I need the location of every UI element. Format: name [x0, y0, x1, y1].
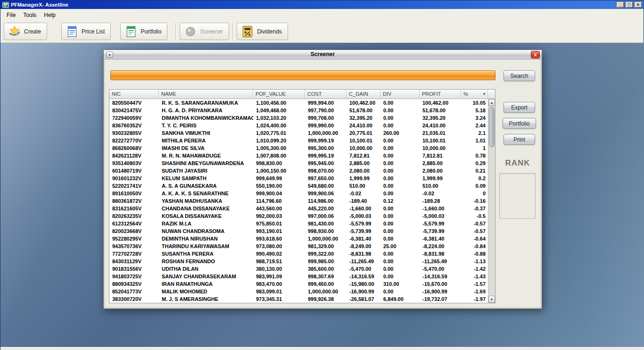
table-row[interactable]: 941803725VSANJAY CHANDRASEKARAM983,991.0… — [109, 273, 488, 280]
cell-c-gain: 510.00 — [347, 182, 380, 190]
cell--: -0.84 — [461, 242, 488, 250]
table-row[interactable]: 842621128VM. R. N. MAHAWADUGE1,007,808.0… — [109, 152, 488, 159]
cell-name: MALIK MOHOMED — [159, 288, 253, 295]
cell-cost: 999,708.00 — [305, 114, 347, 122]
dividends-button[interactable]: Dividends — [237, 23, 288, 40]
rank-list[interactable] — [499, 173, 536, 219]
rank-label: RANK — [498, 158, 537, 168]
menu-tools[interactable]: Tools — [19, 10, 40, 20]
table-row[interactable]: 612312564VRAZIK M.I.A975,850.01981,430.0… — [109, 220, 488, 227]
table-row[interactable]: 383300720VM. J. S AMERASINGHE973,345.319… — [109, 295, 488, 303]
cell-div: 0.00 — [380, 288, 420, 295]
screener-titlebar[interactable]: ▾ Screener × — [104, 50, 542, 59]
progress-bar — [110, 70, 495, 80]
frame-close-button[interactable]: × — [531, 51, 540, 58]
screener-window: ▾ Screener × Search NICNAMEPOF_VALUECOST… — [103, 50, 542, 309]
column-header-cost[interactable]: COST — [305, 90, 347, 99]
table-row[interactable]: 601480719VSUDATH JAYASIRI1,000,150.00998… — [109, 167, 488, 175]
scroll-up-icon[interactable]: ▲ — [488, 99, 495, 106]
table-row[interactable]: 880934325VIRAN RANATHUNGA983,470.00999,4… — [109, 280, 488, 288]
cell-div: 0.00 — [380, 190, 420, 197]
cell-nic: 880361872V — [109, 197, 159, 205]
results-table: NICNAMEPOF_VALUECOSTC_GAINDIVPROFIT%▼ 82… — [109, 89, 495, 303]
table-row[interactable]: 820550447VR. K. S. SARANGARANAMUKA1,100,… — [109, 99, 488, 107]
portfolio-button[interactable]: Portfolio — [120, 23, 167, 40]
table-row[interactable]: 930232805VSANKHA VIMUKTHI1,020,775.011,0… — [109, 129, 488, 137]
cell-profit: -5,470.00 — [420, 265, 461, 273]
table-row[interactable]: 820023668VNUWAN CHANDRASOMA993,190.01998… — [109, 227, 488, 235]
close-button[interactable]: × — [634, 1, 642, 8]
toolbar-separator — [232, 23, 233, 41]
print-button[interactable]: Print — [504, 134, 535, 145]
table-row[interactable]: 843031129VROSHAN FERNANDO988,719.51999,9… — [109, 258, 488, 265]
table-row[interactable]: 935140803VSHASHINI ABEYGUNAWARDENA998,83… — [109, 159, 488, 167]
column-header-nic[interactable]: NIC — [109, 90, 159, 99]
table-row[interactable]: 868260068VIMASHI DE SILVA1,005,300.00995… — [109, 144, 488, 152]
cell-nic: 868260068V — [109, 144, 159, 152]
cell-pof-value: 993,618.60 — [253, 235, 305, 242]
frame-menu-button[interactable]: ▾ — [106, 51, 113, 58]
cell-profit: -19,732.07 — [420, 295, 461, 303]
portfolio-side-button[interactable]: Portfolio — [503, 118, 536, 129]
cell-name: IMASHI DE SILVA — [159, 144, 253, 152]
cell--: 1.01 — [461, 137, 488, 144]
cell-nic: 522021741V — [109, 182, 159, 190]
cell--: -1.13 — [461, 258, 488, 265]
cell-profit: -8,224.00 — [420, 242, 461, 250]
cell-cost: 997,000.06 — [305, 212, 347, 220]
cell-profit: 1,999.99 — [420, 175, 461, 182]
column-header-div[interactable]: DIV — [380, 90, 420, 99]
column-header-c-gain[interactable]: C_GAIN — [347, 90, 380, 99]
table-row[interactable]: 830421475VH. G. A. D. PRIYANKARA1,049,46… — [109, 107, 488, 114]
cell-pof-value: 1,049,468.00 — [253, 107, 305, 114]
cell--: -0.57 — [461, 227, 488, 235]
column-header-pof-value[interactable]: POF_VALUE — [253, 90, 305, 99]
table-row[interactable]: 952280295VDEMINTHA NIRUSHAN993,618.601,0… — [109, 235, 488, 242]
table-row[interactable]: 822272770VMITHILA PERERA1,010,099.20999,… — [109, 137, 488, 144]
table-row[interactable]: 772702728VSUSANTHA PERERA990,490.02999,3… — [109, 250, 488, 258]
table-row[interactable]: 901831556VUDITHA DILAN380,130.00385,600.… — [109, 265, 488, 273]
maximize-button[interactable]: □ — [625, 1, 633, 8]
cell-pof-value: 983,099.01 — [253, 288, 305, 295]
cell-c-gain: -5,739.99 — [347, 227, 380, 235]
cell-nic: 383300720V — [109, 295, 159, 303]
search-button[interactable]: Search — [504, 70, 535, 81]
scrollbar-thumb[interactable] — [489, 107, 495, 147]
cell-profit: 24,410.00 — [420, 122, 461, 129]
cell-div: 0.00 — [380, 175, 420, 182]
menu-help[interactable]: Help — [40, 10, 59, 20]
column-header-profit[interactable]: PROFIT — [420, 90, 461, 99]
cell-div: 0.00 — [380, 250, 420, 258]
cell-name: NUWAN CHANDRASOMA — [159, 227, 253, 235]
table-row[interactable]: 836760352VT. Y. C. PEIRIS1,024,400.00999… — [109, 122, 488, 129]
table-row[interactable]: 901601232VKELUM SAMPATH999,649.99997,650… — [109, 175, 488, 182]
price-list-button[interactable]: Price List — [61, 23, 111, 40]
cell-cost: 998,070.00 — [305, 167, 347, 175]
export-button[interactable]: Export — [504, 102, 535, 113]
scroll-down-icon[interactable]: ▼ — [488, 296, 495, 303]
table-row[interactable]: 522021741VA. S. A GUNASEKARA550,190.0054… — [109, 182, 488, 190]
table-row[interactable]: 820263235VKOSALA DISSANAYAKE992,000.0399… — [109, 212, 488, 220]
table-row[interactable]: 943570736VTHARINDU KARIYAWASAM973,080.00… — [109, 242, 488, 250]
menu-file[interactable]: File — [3, 10, 19, 20]
table-row[interactable]: 891610050VA. K. A. K. S SENARATHNE999,90… — [109, 190, 488, 197]
cell-name: KOSALA DISSANAYAKE — [159, 212, 253, 220]
cell-c-gain: 2,885.00 — [347, 159, 380, 167]
cell-cost: 999,900.06 — [305, 190, 347, 197]
cell-c-gain: -5,579.99 — [347, 220, 380, 227]
column-header-name[interactable]: NAME — [159, 90, 253, 99]
cell-nic: 901831556V — [109, 265, 159, 273]
minimize-button[interactable]: _ — [616, 1, 624, 8]
cell-c-gain: 10,000.00 — [347, 144, 380, 152]
column-header--[interactable]: %▼ — [461, 90, 488, 99]
vertical-scrollbar[interactable]: ▲ ▼ — [488, 99, 495, 303]
table-row[interactable]: 722940059VDIMANTHA KOHOMBANWICKRAMAGE1,0… — [109, 114, 488, 122]
cell-nic: 601480719V — [109, 167, 159, 175]
table-row[interactable]: 831621605VCHANDANA DISSANAYAKE443,560.00… — [109, 205, 488, 212]
create-button[interactable]: Create — [4, 23, 47, 40]
table-row[interactable]: 852041773VMALIK MOHOMED983,099.011,000,0… — [109, 288, 488, 295]
table-row[interactable]: 880361872VYASHAN MADHUSANKA114,796.60114… — [109, 197, 488, 205]
cell-nic: 830421475V — [109, 107, 159, 114]
cell--: 1 — [461, 144, 488, 152]
cell-name: THARINDU KARIYAWASAM — [159, 242, 253, 250]
